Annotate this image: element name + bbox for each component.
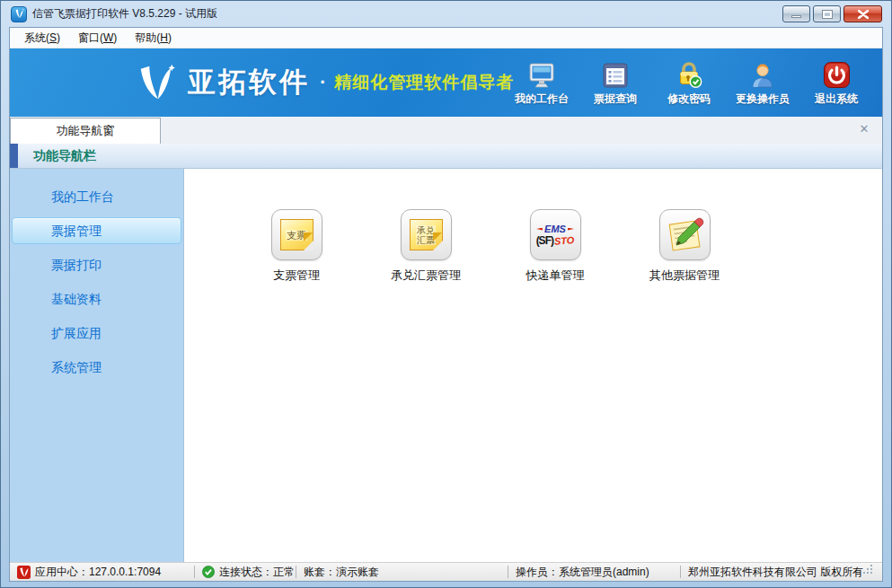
menu-bar: 系统(S) 窗口(W) 帮助(H) bbox=[10, 28, 882, 48]
main-panel: 支票 支票管理 承兑汇票 承兑汇票管理 bbox=[184, 169, 882, 562]
app-check-management[interactable]: 支票 支票管理 bbox=[232, 209, 361, 284]
status-bar: 应用中心：127.0.0.1:7094 连接状态：正常 账套：演示账套 操作员：… bbox=[10, 562, 882, 581]
app-label: 承兑汇票管理 bbox=[391, 268, 461, 284]
toolbar-label: 更换操作员 bbox=[736, 92, 790, 107]
monitor-icon bbox=[527, 57, 556, 89]
maximize-button[interactable] bbox=[813, 5, 841, 22]
brand-name: 亚拓软件 bbox=[188, 64, 310, 101]
app-other-bill-management[interactable]: 其他票据管理 bbox=[620, 209, 749, 284]
client-area: 系统(S) 窗口(W) 帮助(H) 亚拓软件 · 精细化管理软件倡导者 bbox=[9, 27, 883, 582]
brand-separator: · bbox=[320, 71, 326, 94]
nav-panel-header: 功能导航栏 bbox=[10, 144, 882, 169]
pencil-note-icon bbox=[659, 209, 711, 260]
header-toolbar: 我的工作台 票据查询 bbox=[505, 57, 873, 107]
tab-label: 功能导航窗 bbox=[57, 123, 115, 139]
tab-strip: 功能导航窗 ✕ bbox=[10, 117, 882, 144]
app-acceptance-bill-management[interactable]: 承兑汇票 承兑汇票管理 bbox=[361, 209, 490, 284]
toolbar-my-workbench[interactable]: 我的工作台 bbox=[505, 57, 578, 107]
sidebar-item-extended-apps[interactable]: 扩展应用 bbox=[12, 320, 181, 347]
minimize-button[interactable] bbox=[782, 5, 810, 22]
status-app-center: 应用中心：127.0.0.1:7094 bbox=[10, 563, 194, 581]
window-title: 信管飞票据打印软件 V8.5.229 - 试用版 bbox=[32, 6, 217, 22]
brand-logo-icon bbox=[134, 61, 177, 104]
app-label: 其他票据管理 bbox=[649, 268, 720, 284]
menu-window[interactable]: 窗口(W) bbox=[69, 28, 126, 48]
toolbar-label: 退出系统 bbox=[815, 92, 858, 107]
toolbar-label: 票据查询 bbox=[594, 92, 637, 107]
content-area: 我的工作台 票据管理 票据打印 基础资料 扩展应用 系统管理 支票 支票管理 bbox=[10, 169, 882, 562]
resize-grip[interactable] bbox=[863, 565, 872, 574]
nav-accent-bar bbox=[10, 144, 18, 168]
toolbar-label: 我的工作台 bbox=[515, 92, 569, 107]
brand-slogan: 精细化管理软件倡导者 bbox=[334, 71, 514, 94]
sidebar-item-bill-printing[interactable]: 票据打印 bbox=[12, 251, 181, 278]
close-icon bbox=[858, 10, 869, 19]
app-express-waybill-management[interactable]: EMS (SF) STO 快递单管理 bbox=[490, 209, 620, 284]
close-button[interactable] bbox=[843, 5, 882, 22]
window-controls bbox=[782, 5, 882, 22]
lock-check-icon bbox=[675, 57, 703, 89]
toolbar-switch-operator[interactable]: 更换操作员 bbox=[726, 57, 799, 107]
status-copyright: 郑州亚拓软件科技有限公司 版权所有 bbox=[681, 563, 882, 581]
minimize-icon bbox=[791, 15, 801, 18]
app-label: 支票管理 bbox=[273, 268, 320, 284]
tab-function-nav[interactable]: 功能导航窗 bbox=[10, 118, 161, 144]
sidebar-item-system-management[interactable]: 系统管理 bbox=[12, 354, 181, 381]
power-icon bbox=[823, 57, 851, 89]
sidebar-item-basic-data[interactable]: 基础资料 bbox=[12, 285, 181, 312]
toolbar-exit-system[interactable]: 退出系统 bbox=[799, 57, 873, 107]
app-center-logo-icon bbox=[17, 566, 31, 579]
brand: 亚拓软件 · 精细化管理软件倡导者 bbox=[134, 61, 514, 104]
app-logo-icon bbox=[11, 6, 27, 22]
menu-help[interactable]: 帮助(H) bbox=[126, 28, 181, 48]
brand-header: 亚拓软件 · 精细化管理软件倡导者 我的工作台 bbox=[10, 48, 882, 117]
connection-ok-icon bbox=[202, 566, 215, 578]
app-label: 快递单管理 bbox=[526, 268, 585, 284]
sidebar-item-bill-management[interactable]: 票据管理 bbox=[12, 217, 181, 244]
maximize-icon bbox=[823, 11, 832, 18]
sidebar-item-my-workbench[interactable]: 我的工作台 bbox=[12, 183, 181, 210]
status-account: 账套：演示账套 bbox=[296, 563, 508, 581]
menu-system[interactable]: 系统(S) bbox=[15, 28, 69, 48]
app-window: 信管飞票据打印软件 V8.5.229 - 试用版 系统(S) 窗口(W) 帮助(… bbox=[0, 0, 892, 588]
sidebar: 我的工作台 票据管理 票据打印 基础资料 扩展应用 系统管理 bbox=[10, 169, 184, 562]
check-note-icon: 支票 bbox=[271, 209, 322, 260]
list-icon bbox=[602, 57, 629, 89]
toolbar-bill-query[interactable]: 票据查询 bbox=[578, 57, 652, 107]
title-bar[interactable]: 信管飞票据打印软件 V8.5.229 - 试用版 bbox=[1, 1, 891, 27]
tab-close-icon[interactable]: ✕ bbox=[858, 123, 870, 136]
status-connection: 连接状态：正常 bbox=[195, 563, 296, 581]
user-icon bbox=[749, 57, 776, 89]
status-operator: 操作员：系统管理员(admin) bbox=[508, 563, 680, 581]
express-logos-icon: EMS (SF) STO bbox=[530, 209, 581, 260]
nav-panel-title: 功能导航栏 bbox=[33, 148, 96, 164]
acceptance-note-icon: 承兑汇票 bbox=[401, 209, 452, 260]
toolbar-label: 修改密码 bbox=[667, 92, 711, 107]
toolbar-change-password[interactable]: 修改密码 bbox=[652, 57, 726, 107]
